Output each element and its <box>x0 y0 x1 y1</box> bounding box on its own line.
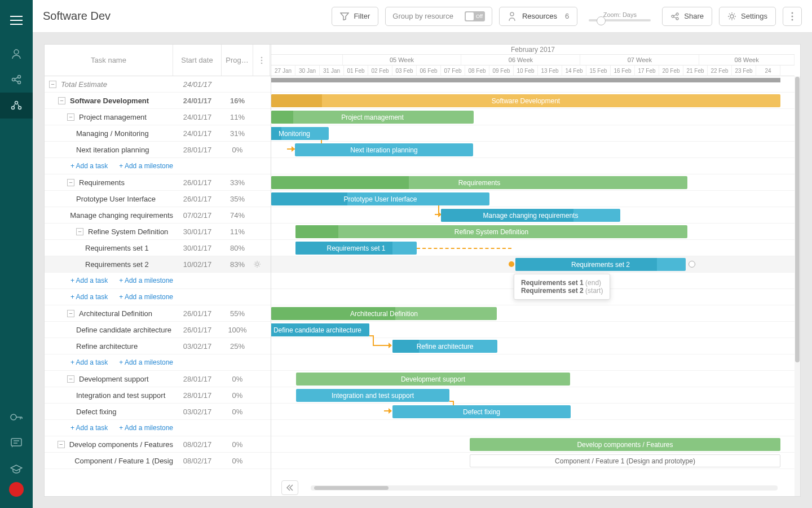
add-task-link[interactable]: + Add a task <box>70 358 108 366</box>
page-title: Software Dev <box>43 10 325 23</box>
task-row[interactable]: Next iteration planning28/01/170% <box>45 142 271 158</box>
gantt-bar[interactable]: Software Development <box>271 94 780 107</box>
gantt-bar[interactable]: Prototype User Interface <box>271 192 489 205</box>
add-milestone-link[interactable]: + Add a milestone <box>119 162 173 170</box>
task-name-label: Managing / Monitoring <box>76 129 149 138</box>
gantt-bar[interactable]: Requirements <box>271 176 687 189</box>
task-row[interactable]: Component / Feature 1 (Desig08/02/170% <box>45 453 271 469</box>
sidebar-chat-icon[interactable] <box>0 430 33 456</box>
col-progress[interactable]: Prog… <box>222 45 253 76</box>
svg-point-1 <box>12 78 15 81</box>
gantt-bar[interactable]: Next iteration planning <box>295 143 473 156</box>
add-milestone-link[interactable]: + Add a milestone <box>119 424 173 432</box>
gantt-bar[interactable] <box>271 78 780 82</box>
more-button[interactable] <box>783 7 802 26</box>
svg-point-10 <box>672 15 674 17</box>
gantt-bar[interactable]: Refine System Definition <box>295 225 687 238</box>
gear-icon[interactable] <box>253 260 261 268</box>
gantt-bar[interactable]: Project management <box>271 111 474 124</box>
collapse-toggle[interactable]: − <box>58 97 65 104</box>
sidebar-grad-icon[interactable] <box>0 456 33 482</box>
collapse-toggle[interactable]: − <box>67 179 74 186</box>
group-toggle[interactable]: Off <box>465 11 485 21</box>
task-name-label: Define candidate architecture <box>76 326 171 334</box>
add-row: + Add a task+ Add a milestone <box>45 158 271 174</box>
collapse-toggle[interactable]: − <box>49 81 56 88</box>
add-task-link[interactable]: + Add a task <box>70 162 108 170</box>
hamburger-icon[interactable] <box>0 8 33 33</box>
task-row[interactable]: Manage changing requirements07/02/1774% <box>45 207 271 224</box>
task-name-label: Architectural Definition <box>79 309 152 318</box>
gantt-bar[interactable]: Requirements set 2 <box>515 258 686 271</box>
task-name-label: Defect fixing <box>76 408 117 416</box>
task-name-label: Total Estimate <box>61 80 107 89</box>
gantt-bar[interactable]: Define candidate architecture <box>271 323 369 336</box>
task-row[interactable]: −Refine System Definition30/01/1711% <box>45 224 271 240</box>
gantt-bar[interactable]: Monitoring <box>271 127 329 140</box>
filter-button[interactable]: Filter <box>332 7 378 26</box>
gantt-bar[interactable]: Architectural Definition <box>271 307 497 320</box>
add-task-link[interactable]: + Add a task <box>70 424 108 432</box>
scroll-back-button[interactable] <box>281 480 298 495</box>
gantt-body[interactable]: Software DevelopmentProject managementMo… <box>271 76 795 468</box>
add-task-link[interactable]: + Add a task <box>70 277 108 284</box>
col-task-name[interactable]: Task name <box>45 45 173 76</box>
group-by-button[interactable]: Group by resource Off <box>385 7 492 26</box>
task-row[interactable]: −Total Estimate24/01/17 <box>45 76 271 93</box>
task-row[interactable]: −Development support28/01/170% <box>45 371 271 387</box>
task-row[interactable]: Requirements set 210/02/1783% <box>45 256 271 273</box>
collapse-toggle[interactable]: − <box>67 375 74 383</box>
add-task-link[interactable]: + Add a task <box>70 293 108 301</box>
task-row[interactable]: Refine architecture03/02/1725% <box>45 338 271 354</box>
task-name-label: Refine System Definition <box>88 227 168 236</box>
add-milestone-link[interactable]: + Add a milestone <box>119 358 173 366</box>
task-row[interactable]: Define candidate architecture26/01/17100… <box>45 322 271 338</box>
gantt-bar[interactable]: Component / Feature 1 (Design and protot… <box>470 454 780 467</box>
v-scrollbar[interactable] <box>795 76 800 496</box>
sidebar-team-icon[interactable] <box>0 93 33 119</box>
task-row[interactable]: −Requirements26/01/1733% <box>45 174 271 191</box>
task-row[interactable]: Defect fixing03/02/170% <box>45 404 271 420</box>
sidebar-key-icon[interactable] <box>0 404 33 430</box>
add-milestone-link[interactable]: + Add a milestone <box>119 293 173 301</box>
task-name-label: Software Development <box>70 97 149 105</box>
user-avatar[interactable] <box>9 482 24 497</box>
zoom-slider[interactable] <box>589 19 651 21</box>
share-button[interactable]: Share <box>662 7 712 26</box>
task-row[interactable]: Prototype User Interface26/01/1735% <box>45 191 271 207</box>
task-row[interactable]: Managing / Monitoring24/01/1731% <box>45 125 271 142</box>
settings-button[interactable]: Settings <box>719 7 776 26</box>
h-scrollbar[interactable] <box>311 485 778 491</box>
svg-point-19 <box>261 62 262 64</box>
gantt-bar[interactable]: Manage changing requirements <box>441 209 620 222</box>
zoom-control[interactable]: Zoom: Days <box>589 11 651 21</box>
day-cell: 21 Feb <box>683 65 708 76</box>
task-row[interactable]: −Software Development24/01/1716% <box>45 93 271 109</box>
collapse-toggle[interactable]: − <box>67 113 74 121</box>
task-row[interactable]: Integration and test support28/01/170% <box>45 387 271 404</box>
gantt-bar[interactable]: Integration and test support <box>296 389 449 402</box>
collapse-toggle[interactable]: − <box>67 310 74 317</box>
task-name-label: Develop components / Features <box>69 440 173 449</box>
collapse-toggle[interactable]: − <box>76 228 83 235</box>
task-name-label: Component / Feature 1 (Desig <box>74 457 173 465</box>
week-cell: 08 Week <box>699 55 795 65</box>
gantt-bar[interactable]: Develop components / Features <box>470 438 780 451</box>
sidebar-person-icon[interactable] <box>0 41 33 67</box>
resources-button[interactable]: Resources 6 <box>499 7 577 26</box>
add-milestone-link[interactable]: + Add a milestone <box>119 277 173 284</box>
gantt-bar[interactable]: Refine architecture <box>392 340 497 353</box>
col-start-date[interactable]: Start date <box>173 45 222 76</box>
col-more[interactable] <box>253 45 270 76</box>
sidebar-share-icon[interactable] <box>0 67 33 93</box>
collapse-toggle[interactable]: − <box>58 441 65 448</box>
gantt-bar[interactable]: Requirements set 1 <box>295 242 417 255</box>
gantt-bar[interactable]: Development support <box>296 373 570 386</box>
task-row[interactable]: −Architectural Definition26/01/1755% <box>45 305 271 322</box>
svg-point-3 <box>18 81 21 84</box>
task-row[interactable]: −Develop components / Features08/02/170% <box>45 436 271 453</box>
task-row[interactable]: Requirements set 130/01/1780% <box>45 240 271 256</box>
svg-rect-8 <box>11 439 21 446</box>
gantt-bar[interactable]: Defect fixing <box>392 405 571 418</box>
task-row[interactable]: −Project management24/01/1711% <box>45 109 271 125</box>
